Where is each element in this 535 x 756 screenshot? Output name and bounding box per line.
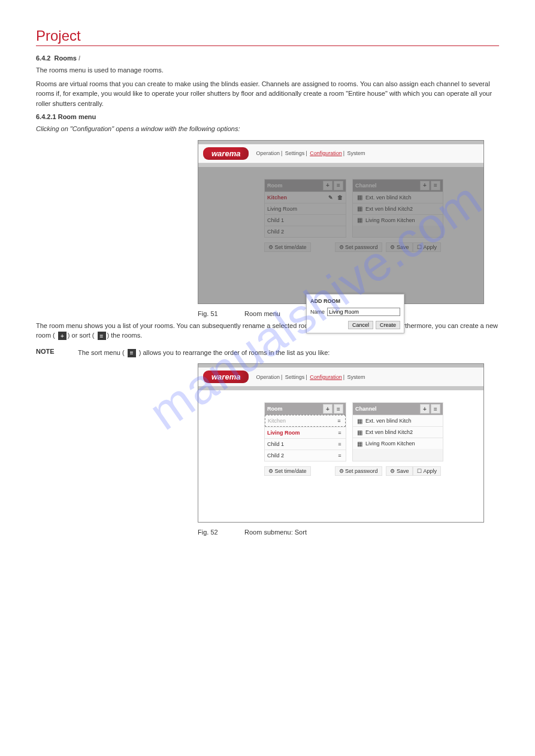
add-room-button[interactable]: + <box>323 404 333 414</box>
room-row[interactable]: Kitchen✎🗑 <box>265 192 346 203</box>
sort-channels-button[interactable]: ≡ <box>431 181 440 190</box>
set-password-button[interactable]: ⚙ Set password <box>335 242 382 252</box>
app-logo: warema <box>203 147 249 160</box>
reorder-icon[interactable]: ≡ <box>335 418 343 424</box>
screenshot-sort-rooms: warema Operation| Settings| Configuratio… <box>198 363 484 523</box>
channel-row[interactable]: ▦Living Room Kitchen <box>353 214 443 226</box>
room-panel: Room + ≡ Kitchen✎🗑Living RoomChild 1Chil… <box>264 179 346 238</box>
rooms-paragraph: The room menu shows you a list of your r… <box>36 321 499 341</box>
sort-rooms-button[interactable]: ≡ <box>334 181 343 190</box>
subheading-6-4-2: 6.4.2 Rooms / <box>36 54 499 62</box>
sort-rooms-button[interactable]: ≡ <box>334 404 343 414</box>
set-time-button[interactable]: ⚙ Set time/date <box>264 242 311 252</box>
room-row[interactable]: Child 2≡ <box>265 450 346 461</box>
sort-icon: ≡ <box>128 349 136 357</box>
room-row[interactable]: Kitchen≡ <box>265 415 346 427</box>
sort-channels-button[interactable]: ≡ <box>431 404 440 414</box>
sort-icon: ≡ <box>98 332 106 340</box>
blind-icon: ▦ <box>355 194 364 201</box>
room-row[interactable]: Child 1 <box>265 214 346 226</box>
blind-icon: ▦ <box>355 429 364 436</box>
subheading-6-4-2-1: 6.4.2.1 Room menu <box>36 113 499 120</box>
blind-icon: ▦ <box>355 217 364 223</box>
blind-icon: ▦ <box>355 418 364 424</box>
config-line: Clicking on "Configuration" opens a wind… <box>36 124 499 134</box>
apply-button[interactable]: ☐ Apply <box>413 242 441 252</box>
add-channel-button[interactable]: + <box>420 404 430 414</box>
create-button[interactable]: Create <box>376 321 400 329</box>
channel-row[interactable]: ▦Living Room Kitchen <box>353 438 443 449</box>
fig52-caption: Fig. 52 Room submenu: Sort <box>198 529 499 536</box>
reorder-icon[interactable]: ≡ <box>336 430 343 436</box>
channel-row[interactable]: ▦Ext. ven blind Kitch <box>353 192 443 203</box>
edit-icon[interactable]: ✎ <box>327 195 334 201</box>
apply-button[interactable]: ☐ Apply <box>413 466 441 476</box>
room-row[interactable]: Child 2 <box>265 226 346 237</box>
footer-toolbar: ⚙ Set time/date ⚙ Set password ⚙ Save ☐ … <box>264 242 441 252</box>
note-block: NOTE The sort menu ( ≡ ) allows you to r… <box>36 348 499 358</box>
set-password-button[interactable]: ⚙ Set password <box>335 466 382 476</box>
blind-icon: ▦ <box>355 205 364 212</box>
app-nav: Operation| Settings| Configuration| Syst… <box>256 150 365 156</box>
app-logo: warema <box>203 371 249 383</box>
channel-panel: Channel + ≡ ▦Ext. ven blind Kitch▦Ext ve… <box>352 179 443 238</box>
add-icon: + <box>58 332 67 340</box>
room-row[interactable]: Living Room <box>265 203 346 214</box>
save-button[interactable]: ⚙ Save <box>386 466 413 476</box>
add-channel-button[interactable]: + <box>420 181 430 190</box>
intro-paragraph-2: Rooms are virtual rooms that you can cre… <box>36 79 499 109</box>
footer-toolbar: ⚙ Set time/date ⚙ Set password ⚙ Save ☐ … <box>264 466 441 476</box>
set-time-button[interactable]: ⚙ Set time/date <box>264 466 311 476</box>
add-room-button[interactable]: + <box>323 181 333 190</box>
reorder-icon[interactable]: ≡ <box>336 441 343 447</box>
channel-row[interactable]: ▦Ext ven blind Kitch2 <box>353 203 443 214</box>
channel-panel: Channel + ≡ ▦Ext. ven blind Kitch▦Ext ve… <box>352 402 443 462</box>
add-room-modal: ADD ROOM Name Cancel Create <box>306 294 404 333</box>
room-row[interactable]: Child 1≡ <box>265 438 346 450</box>
reorder-icon[interactable]: ≡ <box>336 453 343 459</box>
room-name-input[interactable] <box>327 308 400 316</box>
room-row[interactable]: Living Room≡ <box>265 427 346 438</box>
section-heading: Project <box>36 28 499 46</box>
channel-row[interactable]: ▦Ext ven blind Kitch2 <box>353 426 443 438</box>
app-nav: Operation| Settings| Configuration| Syst… <box>256 374 365 380</box>
room-panel: Room + ≡ Kitchen≡Living Room≡Child 1≡Chi… <box>264 402 346 462</box>
save-button[interactable]: ⚙ Save <box>386 242 413 252</box>
blind-icon: ▦ <box>355 441 364 447</box>
cancel-button[interactable]: Cancel <box>348 321 373 329</box>
delete-icon[interactable]: 🗑 <box>336 195 343 201</box>
intro-paragraph-1: The rooms menu is used to manage rooms. <box>36 65 499 75</box>
channel-row[interactable]: ▦Ext. ven blind Kitch <box>353 415 443 426</box>
screenshot-add-room: warema Operation| Settings| Configuratio… <box>198 140 484 304</box>
